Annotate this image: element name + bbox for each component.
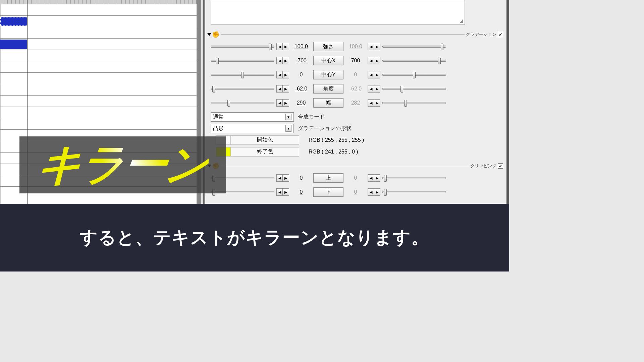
- shape-dropdown[interactable]: 凸形▼: [211, 124, 294, 133]
- properties-panel: ✊ グラデーション ✔ ◀▶ 100.0 強さ 100.0 ◀▶ ◀▶ -700…: [205, 0, 509, 204]
- stepper-left[interactable]: ◀▶: [276, 43, 289, 50]
- stepper-right[interactable]: ◀▶: [368, 188, 380, 196]
- end-color-row: 終了色 RGB ( 241 , 255 , 0 ): [211, 146, 502, 158]
- slider-left[interactable]: [211, 60, 274, 62]
- timeline-track[interactable]: [0, 50, 197, 61]
- stepper-left[interactable]: ◀▶: [276, 188, 289, 196]
- prop-label-button[interactable]: 幅: [313, 98, 343, 108]
- timeline-track[interactable]: [0, 118, 197, 129]
- stepper-right[interactable]: ◀▶: [368, 174, 380, 182]
- subtitle-text: すると、テキストがキラーンとなります。: [80, 226, 429, 249]
- stepper-left[interactable]: ◀▶: [276, 99, 289, 107]
- end-color-button[interactable]: 終了色: [231, 147, 299, 157]
- prop-label-button[interactable]: 上: [313, 173, 343, 183]
- blend-label: 合成モード: [298, 114, 325, 121]
- stepper-right[interactable]: ◀▶: [368, 71, 380, 78]
- value-right[interactable]: 0: [345, 72, 366, 78]
- timeline-track[interactable]: [0, 95, 197, 107]
- slider-right[interactable]: [382, 46, 446, 48]
- slider-right[interactable]: [382, 102, 446, 104]
- subtitle-bar: すると、テキストがキラーンとなります。: [0, 204, 509, 272]
- prop-label-button[interactable]: 強さ: [313, 42, 343, 51]
- right-edge: [506, 0, 509, 204]
- timeline-track[interactable]: [0, 84, 197, 95]
- overlay-text: キラーン: [33, 135, 212, 194]
- start-color-value: RGB ( 255 , 255 , 255 ): [309, 137, 364, 143]
- value-left[interactable]: 0: [291, 189, 311, 195]
- blend-dropdown[interactable]: 通常▼: [211, 112, 294, 122]
- stepper-right[interactable]: ◀▶: [368, 85, 380, 93]
- value-right[interactable]: 700: [345, 58, 366, 64]
- gradation-header[interactable]: ✊ グラデーション ✔: [208, 31, 503, 38]
- slider-right[interactable]: [382, 74, 446, 76]
- section-label: クリッピング: [470, 163, 496, 169]
- value-right[interactable]: 100.0: [345, 44, 366, 50]
- overlay-box: キラーン: [19, 136, 226, 193]
- clipping-checkbox[interactable]: ✔: [498, 163, 503, 169]
- shape-row: 凸形▼ グラデーションの形状: [211, 123, 502, 134]
- slider-left[interactable]: [211, 102, 274, 104]
- clipping-header[interactable]: ✊ クリッピング ✔: [208, 162, 503, 170]
- timeline-track[interactable]: [0, 72, 197, 84]
- timeline-track[interactable]: [0, 4, 197, 15]
- end-color-value: RGB ( 241 , 255 , 0 ): [309, 149, 358, 155]
- value-left[interactable]: -62.0: [291, 86, 311, 92]
- clip-top-row: ◀▶ 0 上 0 ◀▶: [211, 171, 502, 185]
- timeline-track[interactable]: [0, 15, 197, 27]
- timeline-track[interactable]: [0, 27, 197, 38]
- prop-strength: ◀▶ 100.0 強さ 100.0 ◀▶: [211, 40, 502, 54]
- value-left[interactable]: 100.0: [291, 44, 311, 50]
- prop-angle: ◀▶ -62.0 角度 -62.0 ◀▶: [211, 82, 502, 96]
- clip-bottom-row: ◀▶ 0 下 0 ◀▶: [211, 185, 502, 199]
- stepper-right[interactable]: ◀▶: [368, 43, 380, 50]
- value-left[interactable]: 0: [291, 175, 311, 181]
- slider-right[interactable]: [382, 177, 446, 179]
- timeline-track[interactable]: [0, 61, 197, 72]
- slider-left[interactable]: [211, 74, 274, 76]
- prop-label-button[interactable]: 下: [313, 187, 343, 197]
- value-left[interactable]: 0: [291, 72, 311, 78]
- slider-right[interactable]: [382, 88, 446, 90]
- slider-right[interactable]: [382, 191, 446, 193]
- prop-cy: ◀▶ 0 中心Y 0 ◀▶: [211, 68, 502, 82]
- stepper-right[interactable]: ◀▶: [368, 57, 380, 64]
- hand-icon: ✊: [212, 31, 219, 38]
- stepper-left[interactable]: ◀▶: [276, 71, 289, 78]
- section-label: グラデーション: [466, 32, 496, 38]
- value-right[interactable]: 0: [345, 189, 366, 195]
- shape-label: グラデーションの形状: [298, 125, 352, 132]
- stepper-left[interactable]: ◀▶: [276, 85, 289, 93]
- blend-mode-row: 通常▼ 合成モード: [211, 111, 502, 123]
- slider-left[interactable]: [211, 88, 274, 90]
- gradation-checkbox[interactable]: ✔: [498, 32, 503, 37]
- value-left[interactable]: 290: [291, 100, 311, 106]
- stepper-left[interactable]: ◀▶: [276, 57, 289, 64]
- slider-left[interactable]: [211, 46, 274, 48]
- timeline-track[interactable]: [0, 38, 197, 50]
- stepper-right[interactable]: ◀▶: [368, 99, 380, 107]
- stepper-left[interactable]: ◀▶: [276, 174, 289, 182]
- prop-label-button[interactable]: 中心Y: [313, 70, 343, 79]
- prop-width: ◀▶ 290 幅 282 ◀▶: [211, 96, 502, 110]
- timeline-clip[interactable]: [0, 40, 28, 49]
- collapse-icon[interactable]: [207, 33, 211, 36]
- prop-label-button[interactable]: 中心X: [313, 56, 343, 65]
- timeline-clip[interactable]: [0, 17, 28, 26]
- start-color-row: 開始色 RGB ( 255 , 255 , 255 ): [211, 134, 502, 146]
- value-right[interactable]: 0: [345, 175, 366, 181]
- start-color-button[interactable]: 開始色: [231, 135, 299, 145]
- prop-cx: ◀▶ -700 中心X 700 ◀▶: [211, 54, 502, 68]
- slider-right[interactable]: [382, 60, 446, 62]
- timeline-track[interactable]: [0, 107, 197, 118]
- value-right[interactable]: 282: [345, 100, 366, 106]
- value-left[interactable]: -700: [291, 58, 311, 64]
- preview-box: [211, 0, 465, 25]
- prop-label-button[interactable]: 角度: [313, 84, 343, 94]
- value-right[interactable]: -62.0: [345, 86, 366, 92]
- timeline-ruler: [0, 0, 197, 4]
